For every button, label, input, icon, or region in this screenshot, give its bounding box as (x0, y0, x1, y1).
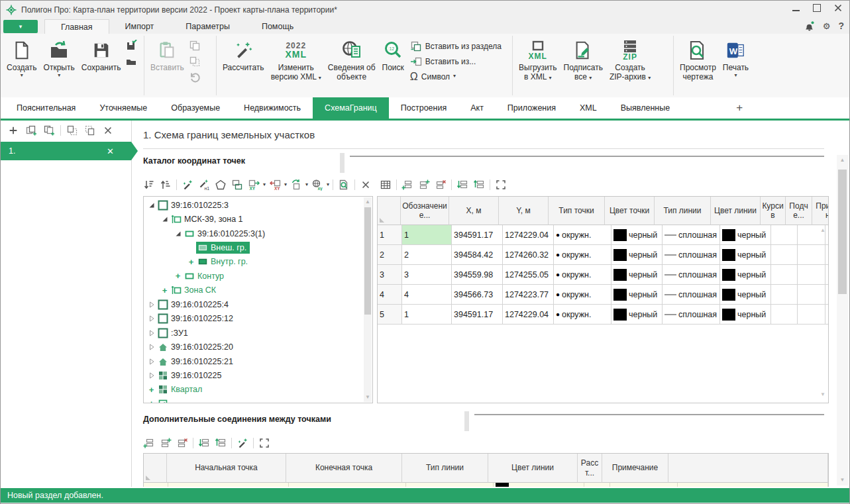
tree-expander-icon[interactable] (146, 358, 156, 365)
column-header[interactable]: Обозначение... (401, 197, 449, 225)
cell-point-color[interactable]: черный (611, 265, 663, 285)
rotate-contour-icon[interactable] (289, 178, 303, 191)
section-tab[interactable]: Приложения (496, 97, 568, 119)
duplicate-section-icon[interactable] (25, 124, 38, 137)
ribbon-tab[interactable]: Главная (44, 19, 109, 34)
new-row-cell[interactable] (168, 483, 289, 487)
cell-designation[interactable]: 3 (402, 265, 452, 285)
tree-item[interactable]: 39:16:010225:4 (144, 297, 372, 311)
column-header[interactable]: Цвет линии (711, 197, 761, 225)
sidebar-item-1[interactable]: 1. ✕ (1, 142, 131, 160)
cell-note[interactable] (825, 305, 829, 325)
tree-expander-icon[interactable] (146, 330, 156, 336)
sidebar-item-close-icon[interactable]: ✕ (107, 147, 114, 156)
cell-y[interactable]: 1274223.77 (503, 285, 554, 305)
tree-expander-icon[interactable] (146, 372, 156, 379)
tree-expander-icon[interactable] (146, 344, 156, 350)
tree-item[interactable]: +Контур (144, 269, 372, 283)
row-number[interactable]: 1 (378, 225, 402, 245)
row-number[interactable]: 4 (378, 285, 402, 305)
settings-gear-icon[interactable]: ⚙ (823, 22, 831, 30)
delete-section-icon[interactable] (101, 124, 115, 137)
points-scroll-up-icon[interactable]: ▲ (820, 227, 825, 233)
import-xy-icon[interactable]: XY (246, 178, 261, 191)
tree-item[interactable]: МСК-39, зона 1 (144, 212, 372, 226)
move-row-down-icon[interactable] (455, 178, 470, 191)
column-header[interactable]: Начальная точка (167, 454, 286, 483)
cell-y[interactable]: 1274255.05 (503, 265, 554, 285)
tree-item[interactable]: 39:16:010225:20 (144, 340, 372, 354)
cell-point-color[interactable]: черный (611, 305, 663, 325)
cell-line-color[interactable]: черный (720, 265, 771, 285)
column-header[interactable]: Тип линии (402, 454, 488, 483)
section-tab[interactable]: Недвижимость (232, 97, 313, 119)
cell-italic[interactable] (771, 245, 798, 265)
save-as-icon[interactable] (124, 38, 138, 52)
search-button[interactable]: :12 Поиск (379, 36, 407, 75)
geo-convert-icon[interactable]: xy (310, 178, 325, 191)
cell-designation[interactable]: 1 (402, 305, 452, 325)
tree-expander-icon[interactable] (146, 301, 156, 308)
new-row-cell[interactable] (610, 483, 678, 487)
tree-scrollbar[interactable]: ▲ ▼ (364, 197, 372, 402)
insert-from-button[interactable]: Вставить из... (410, 54, 502, 68)
select-all-corner[interactable] (144, 454, 167, 483)
cell-designation[interactable]: 4 (402, 285, 452, 305)
cell-x[interactable]: 394566.73 (452, 285, 503, 305)
content-scrollbar-thumb[interactable] (838, 170, 847, 294)
table-grid-icon[interactable] (378, 178, 393, 191)
symbol-button[interactable]: Ω Символ ▾ (410, 70, 502, 83)
cell-line-color[interactable]: черный (720, 245, 771, 265)
column-header[interactable]: Y, м (499, 197, 549, 225)
tree-expander-icon[interactable] (146, 315, 156, 322)
expand-table-icon[interactable] (257, 436, 272, 450)
row-number[interactable]: 5 (378, 305, 402, 325)
add-row-icon[interactable] (142, 436, 156, 450)
row-number[interactable]: 2 (378, 245, 402, 265)
cell-designation[interactable]: 2 (402, 245, 452, 265)
section-tab[interactable]: Образуемые (159, 97, 232, 119)
scroll-up-icon[interactable]: ▲ (837, 156, 848, 165)
column-header[interactable]: Курсив (761, 197, 786, 225)
change-xml-version-button[interactable]: 2022 XML Изменить версию XML ▾ (268, 36, 325, 84)
rotate-caret-icon[interactable]: ▾ (305, 182, 308, 188)
tree-expander-icon[interactable] (173, 230, 183, 237)
cell-note[interactable] (825, 265, 829, 285)
row-number[interactable] (144, 483, 168, 487)
sort-ascending-icon[interactable] (158, 178, 173, 191)
import-xy-caret-icon[interactable]: ▾ (263, 182, 266, 188)
save-button[interactable]: Сохранить (78, 36, 125, 75)
tree-item[interactable]: +Квартал (144, 383, 372, 397)
column-header[interactable]: Тип точки (549, 197, 605, 225)
move-row-up-icon[interactable] (213, 436, 228, 450)
cell-line-color[interactable]: черный (720, 285, 771, 305)
sign-all-button[interactable]: Подписать все ▾ (560, 36, 606, 84)
add-section-tab[interactable]: + (729, 97, 749, 119)
column-header[interactable]: Тип линии (655, 197, 711, 225)
geo-convert-caret-icon[interactable]: ▾ (327, 182, 329, 188)
cell-point-type[interactable]: ●окружн. (554, 225, 611, 245)
cell-line-type[interactable]: сплошная (663, 225, 720, 245)
auto-fill-wand-icon[interactable] (235, 436, 250, 450)
cell-line-type[interactable]: сплошная (663, 245, 720, 265)
cell-point-type[interactable]: ●окружн. (554, 285, 611, 305)
points-scroll-down-icon[interactable]: ▼ (820, 391, 825, 397)
export-xy-icon[interactable]: XY (268, 178, 282, 191)
export-xml-button[interactable]: XML Выгрузить в XML ▾ (515, 36, 560, 84)
move-row-up-icon[interactable] (472, 178, 486, 191)
connections-splitter[interactable] (464, 411, 469, 431)
add-row-icon[interactable] (400, 178, 415, 191)
insert-from-section-button[interactable]: Вставить из раздела (410, 39, 502, 53)
copy-contour-icon[interactable] (230, 178, 244, 191)
tree-item[interactable]: + (144, 397, 372, 403)
cell-x[interactable]: 394559.98 (452, 265, 503, 285)
tree-plus-icon[interactable]: + (160, 285, 170, 295)
minimize-button[interactable] (791, 3, 800, 13)
export-xy-caret-icon[interactable]: ▾ (284, 182, 287, 188)
cell-point-color[interactable]: черный (611, 285, 663, 305)
app-menu-button[interactable]: ▾ (3, 20, 38, 33)
expand-table-icon[interactable] (494, 178, 508, 191)
ribbon-tab[interactable]: Импорт (109, 19, 170, 34)
new-row-cell[interactable] (584, 483, 610, 487)
column-header[interactable]: Подче... (786, 197, 812, 225)
